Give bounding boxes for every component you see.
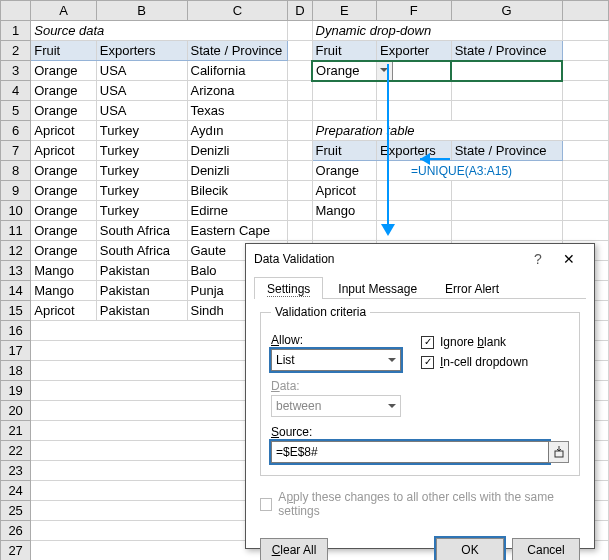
cell[interactable]: [451, 201, 562, 221]
cell[interactable]: Turkey: [96, 201, 187, 221]
col-header-d[interactable]: D: [288, 1, 312, 21]
row-header[interactable]: 10: [1, 201, 31, 221]
ignore-blank-checkbox[interactable]: ✓ Ignore blank: [421, 335, 569, 349]
row-header[interactable]: 16: [1, 321, 31, 341]
col-header-c[interactable]: C: [187, 1, 288, 21]
cell[interactable]: Bilecik: [187, 181, 288, 201]
cell[interactable]: [451, 181, 562, 201]
row-header[interactable]: 17: [1, 341, 31, 361]
row-header[interactable]: 1: [1, 21, 31, 41]
row-header[interactable]: 9: [1, 181, 31, 201]
row-header[interactable]: 24: [1, 481, 31, 501]
row-header[interactable]: 26: [1, 521, 31, 541]
row-header[interactable]: 11: [1, 221, 31, 241]
cell[interactable]: [312, 221, 377, 241]
cell[interactable]: Apricot: [31, 301, 97, 321]
col-header-b[interactable]: B: [96, 1, 187, 21]
close-button[interactable]: ✕: [552, 251, 586, 267]
row-header[interactable]: 27: [1, 541, 31, 561]
cell[interactable]: Texas: [187, 101, 288, 121]
cell[interactable]: [288, 81, 312, 101]
cell[interactable]: [288, 221, 312, 241]
cell[interactable]: [288, 41, 312, 61]
cell[interactable]: [451, 61, 562, 81]
cell[interactable]: Orange: [31, 81, 97, 101]
cell[interactable]: Orange: [31, 101, 97, 121]
dropdown-cell-e3[interactable]: Orange: [312, 61, 377, 81]
cell[interactable]: Pakistan: [96, 281, 187, 301]
cell[interactable]: Orange: [31, 201, 97, 221]
ok-button[interactable]: OK: [436, 538, 504, 560]
tab-error-alert[interactable]: Error Alert: [432, 277, 512, 299]
cell[interactable]: USA: [96, 61, 187, 81]
tab-input-message[interactable]: Input Message: [325, 277, 430, 299]
cell[interactable]: Edirne: [187, 201, 288, 221]
row-header[interactable]: 22: [1, 441, 31, 461]
cell[interactable]: Turkey: [96, 121, 187, 141]
source-input[interactable]: =$E$8#: [271, 441, 549, 463]
cell[interactable]: California: [187, 61, 288, 81]
cell[interactable]: [288, 201, 312, 221]
cell[interactable]: Mango: [31, 261, 97, 281]
cell[interactable]: Orange: [31, 221, 97, 241]
row-header[interactable]: 19: [1, 381, 31, 401]
cell[interactable]: Aydın: [187, 121, 288, 141]
cell[interactable]: Denizli: [187, 161, 288, 181]
row-header[interactable]: 14: [1, 281, 31, 301]
row-header[interactable]: 8: [1, 161, 31, 181]
cell[interactable]: Turkey: [96, 161, 187, 181]
row-header[interactable]: 12: [1, 241, 31, 261]
cell[interactable]: Pakistan: [96, 261, 187, 281]
cell[interactable]: Apricot: [31, 141, 97, 161]
cell[interactable]: Pakistan: [96, 301, 187, 321]
cell[interactable]: South Africa: [96, 241, 187, 261]
cell[interactable]: Apricot: [31, 121, 97, 141]
prep-e9[interactable]: Apricot: [312, 181, 377, 201]
cell[interactable]: Arizona: [187, 81, 288, 101]
col-header-a[interactable]: A: [31, 1, 97, 21]
help-button[interactable]: ?: [524, 251, 552, 267]
cell[interactable]: Orange: [31, 241, 97, 261]
cell[interactable]: [288, 61, 312, 81]
cell[interactable]: [288, 141, 312, 161]
col-header-f[interactable]: F: [377, 1, 452, 21]
cell[interactable]: [288, 21, 312, 41]
cell[interactable]: [451, 101, 562, 121]
range-picker-button[interactable]: [549, 441, 569, 463]
prep-e8[interactable]: Orange: [312, 161, 377, 181]
row-header[interactable]: 25: [1, 501, 31, 521]
cell[interactable]: [312, 101, 377, 121]
cell[interactable]: USA: [96, 101, 187, 121]
cell[interactable]: Turkey: [96, 141, 187, 161]
cell[interactable]: Eastern Cape: [187, 221, 288, 241]
cell[interactable]: [288, 181, 312, 201]
row-header[interactable]: 21: [1, 421, 31, 441]
dropdown-button[interactable]: [377, 61, 394, 81]
row-header[interactable]: 7: [1, 141, 31, 161]
row-header[interactable]: 3: [1, 61, 31, 81]
row-header[interactable]: 20: [1, 401, 31, 421]
clear-all-button[interactable]: Clear All: [260, 538, 328, 560]
in-cell-dropdown-checkbox[interactable]: ✓ In-cell dropdown: [421, 355, 569, 369]
cell[interactable]: [451, 221, 562, 241]
cell[interactable]: Mango: [31, 281, 97, 301]
cell[interactable]: [451, 81, 562, 101]
row-header[interactable]: 5: [1, 101, 31, 121]
row-header[interactable]: 15: [1, 301, 31, 321]
cell[interactable]: Orange: [31, 61, 97, 81]
cell[interactable]: Turkey: [96, 181, 187, 201]
row-header[interactable]: 18: [1, 361, 31, 381]
row-header[interactable]: 13: [1, 261, 31, 281]
prep-e10[interactable]: Mango: [312, 201, 377, 221]
cell[interactable]: [288, 161, 312, 181]
tab-settings[interactable]: Settings: [254, 277, 323, 299]
col-header-e[interactable]: E: [312, 1, 377, 21]
col-header-g[interactable]: G: [451, 1, 562, 21]
row-header[interactable]: 4: [1, 81, 31, 101]
select-all-corner[interactable]: [1, 1, 31, 21]
cell[interactable]: South Africa: [96, 221, 187, 241]
cell[interactable]: [312, 81, 377, 101]
cell[interactable]: [288, 101, 312, 121]
cell[interactable]: Orange: [31, 161, 97, 181]
row-header[interactable]: 6: [1, 121, 31, 141]
